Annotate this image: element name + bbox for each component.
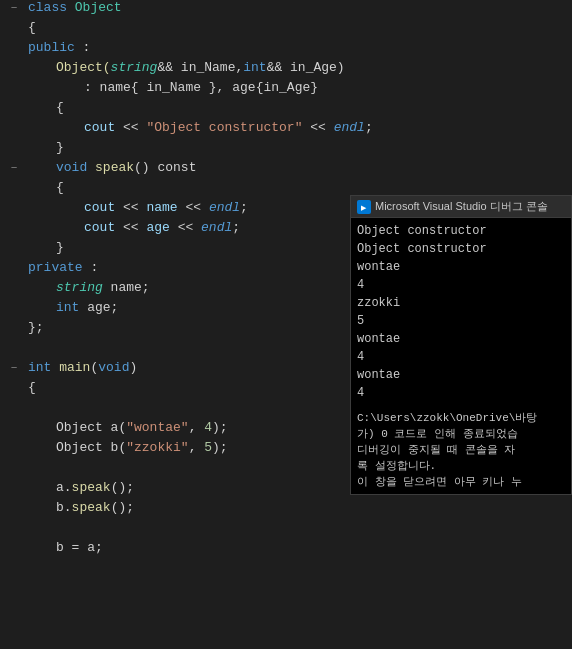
- token: && in_Age): [267, 60, 345, 75]
- console-output-line: wontae: [357, 330, 565, 348]
- token: : name{ in_Name }, age{in_Age}: [84, 80, 318, 95]
- console-panel: ▶ Microsoft Visual Studio 디버그 콘솔 Object …: [350, 195, 572, 495]
- token: () const: [134, 160, 196, 175]
- console-note: C:\Users\zzokk\OneDrive\바탕 가) 0 코드로 인해 종…: [357, 410, 565, 490]
- token: };: [28, 320, 44, 335]
- collapse-gutter[interactable]: −: [4, 362, 24, 374]
- console-titlebar: ▶ Microsoft Visual Studio 디버그 콘솔: [351, 196, 571, 218]
- code-line: −void speak() const: [0, 160, 572, 180]
- vs-icon: ▶: [357, 200, 371, 214]
- token: {: [28, 380, 36, 395]
- collapse-gutter[interactable]: −: [4, 2, 24, 14]
- token: Object(: [56, 60, 111, 75]
- code-content: b.speak();: [24, 500, 572, 515]
- token: class: [28, 0, 75, 15]
- console-output-line: zzokki: [357, 294, 565, 312]
- code-line: : name{ in_Name }, age{in_Age}: [0, 80, 572, 100]
- code-line: public :: [0, 40, 572, 60]
- code-content: b = a;: [24, 540, 572, 555]
- console-output-line: 5: [357, 312, 565, 330]
- token: <<: [115, 200, 146, 215]
- code-content: void speak() const: [24, 160, 572, 175]
- token: {: [56, 180, 64, 195]
- token: void: [56, 160, 87, 175]
- code-line: −class Object: [0, 0, 572, 20]
- token: ): [129, 360, 137, 375]
- token: {: [28, 20, 36, 35]
- token: "Object constructor": [146, 120, 302, 135]
- token: "zzokki": [126, 440, 188, 455]
- code-line: }: [0, 140, 572, 160]
- code-content: {: [24, 180, 572, 195]
- code-line: Object(string&& in_Name,int&& in_Age): [0, 60, 572, 80]
- token: ();: [111, 500, 134, 515]
- token: {: [56, 100, 64, 115]
- code-line: b.speak();: [0, 500, 572, 520]
- console-output-line: 4: [357, 384, 565, 402]
- console-output-line: 4: [357, 276, 565, 294]
- token: age;: [79, 300, 118, 315]
- console-title: Microsoft Visual Studio 디버그 콘솔: [375, 199, 548, 214]
- token: 5: [204, 440, 212, 455]
- token: b.: [56, 500, 72, 515]
- token: b = a;: [56, 540, 103, 555]
- token: Object a(: [56, 420, 126, 435]
- token: private: [28, 260, 83, 275]
- console-output-line: wontae: [357, 258, 565, 276]
- code-content: class Object: [24, 0, 572, 15]
- code-line: {: [0, 100, 572, 120]
- console-output-line: 4: [357, 348, 565, 366]
- token: a.: [56, 480, 72, 495]
- token: :: [83, 260, 99, 275]
- token: speak: [72, 500, 111, 515]
- token: :: [75, 40, 91, 55]
- code-content: {: [24, 20, 572, 35]
- console-output-line: Object constructor: [357, 240, 565, 258]
- collapse-gutter[interactable]: −: [4, 162, 24, 174]
- code-content: cout << "Object constructor" << endl;: [24, 120, 572, 135]
- token: "wontae": [126, 420, 188, 435]
- code-line: {: [0, 20, 572, 40]
- code-line: [0, 520, 572, 540]
- token: endl: [209, 200, 240, 215]
- token: ,: [189, 440, 205, 455]
- code-line: cout << "Object constructor" << endl;: [0, 120, 572, 140]
- token: endl: [201, 220, 232, 235]
- token: endl: [334, 120, 365, 135]
- token: cout: [84, 120, 115, 135]
- token: string: [56, 280, 103, 295]
- token: name: [146, 200, 177, 215]
- code-content: public :: [24, 40, 572, 55]
- token: age: [146, 220, 169, 235]
- token: && in_Name,: [157, 60, 243, 75]
- token: Object: [75, 0, 122, 15]
- code-content: {: [24, 100, 572, 115]
- code-line: b = a;: [0, 540, 572, 560]
- code-content: Object(string&& in_Name,int&& in_Age): [24, 60, 572, 75]
- token: <<: [178, 200, 209, 215]
- code-content: : name{ in_Name }, age{in_Age}: [24, 80, 572, 95]
- console-output-line: wontae: [357, 366, 565, 384]
- token: int: [243, 60, 266, 75]
- token: speak: [95, 160, 134, 175]
- token: [87, 160, 95, 175]
- token: 4: [204, 420, 212, 435]
- token: cout: [84, 220, 115, 235]
- token: ,: [189, 420, 205, 435]
- token: cout: [84, 200, 115, 215]
- token: );: [212, 440, 228, 455]
- token: name;: [103, 280, 150, 295]
- token: main: [59, 360, 90, 375]
- token: speak: [72, 480, 111, 495]
- token: void: [98, 360, 129, 375]
- console-output: Object constructorObject constructorwont…: [351, 218, 571, 494]
- token: int: [28, 360, 51, 375]
- token: );: [212, 420, 228, 435]
- code-content: }: [24, 140, 572, 155]
- console-output-line: Object constructor: [357, 222, 565, 240]
- token: }: [56, 240, 64, 255]
- token: ;: [365, 120, 373, 135]
- token: ;: [240, 200, 248, 215]
- token: string: [111, 60, 158, 75]
- token: public: [28, 40, 75, 55]
